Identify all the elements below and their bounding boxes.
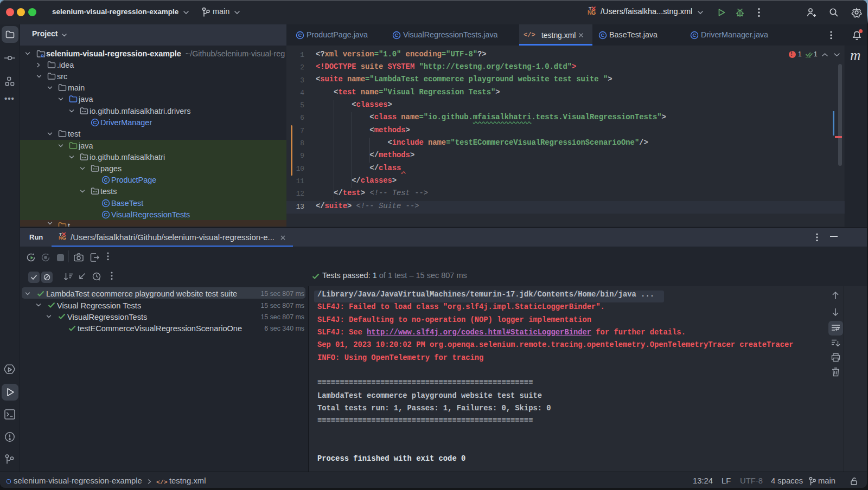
svg-text:C: C — [104, 211, 108, 217]
svg-text:C: C — [93, 119, 97, 125]
svg-text:C: C — [693, 32, 697, 38]
svg-text:C: C — [104, 177, 108, 183]
svg-text:C: C — [104, 200, 108, 206]
svg-text:C: C — [298, 32, 302, 38]
svg-text:C: C — [601, 32, 605, 38]
svg-text:C: C — [395, 32, 399, 38]
